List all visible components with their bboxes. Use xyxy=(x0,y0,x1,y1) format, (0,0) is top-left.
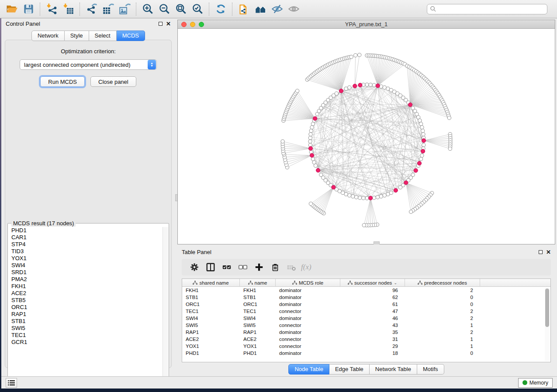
mcds-result-item[interactable]: CAR1 xyxy=(8,234,163,241)
network-node[interactable] xyxy=(372,83,376,87)
show-columns-button[interactable] xyxy=(202,260,218,275)
table-row[interactable]: PHD1PHD1dominator180 xyxy=(182,350,550,357)
run-mcds-button[interactable]: Run MCDS xyxy=(40,76,85,87)
open-file-button[interactable] xyxy=(3,1,20,17)
select-all-rows-button[interactable] xyxy=(218,260,235,275)
network-node[interactable] xyxy=(420,154,424,157)
network-node[interactable] xyxy=(448,147,452,151)
network-node[interactable] xyxy=(386,87,390,90)
mcds-result-item[interactable]: PHD1 xyxy=(8,227,163,234)
network-hub-node[interactable] xyxy=(308,147,312,151)
network-node[interactable] xyxy=(409,210,413,213)
network-canvas[interactable] xyxy=(178,29,555,244)
zoom-out-button[interactable] xyxy=(156,1,173,17)
mcds-result-item[interactable]: SWI4 xyxy=(8,262,163,269)
network-hub-node[interactable] xyxy=(422,138,426,142)
mcds-result-item[interactable]: SRD1 xyxy=(8,269,163,276)
table-row[interactable]: ORC1ORC1dominator610 xyxy=(182,301,550,308)
import-table-button[interactable] xyxy=(60,1,76,17)
destroy-table-button[interactable] xyxy=(283,260,299,275)
add-column-button[interactable] xyxy=(251,260,267,275)
network-node[interactable] xyxy=(312,161,316,164)
mcds-result-item[interactable]: ORC1 xyxy=(8,304,163,311)
network-node[interactable] xyxy=(365,83,369,86)
network-node[interactable] xyxy=(309,129,313,133)
refresh-button[interactable] xyxy=(212,1,229,17)
export-image-button[interactable] xyxy=(116,1,133,17)
network-hub-node[interactable] xyxy=(316,168,320,172)
tab-style[interactable]: Style xyxy=(65,31,89,41)
mcds-result-item[interactable]: RAP1 xyxy=(8,311,163,318)
zoom-selected-button[interactable] xyxy=(189,1,206,17)
network-node[interactable] xyxy=(349,55,353,58)
network-node[interactable] xyxy=(369,83,372,86)
network-node[interactable] xyxy=(311,122,315,126)
zoom-fit-button[interactable] xyxy=(173,1,189,17)
network-node[interactable] xyxy=(422,133,425,136)
network-node[interactable] xyxy=(309,133,312,136)
table-row[interactable]: YOX1YOX1connector291 xyxy=(182,343,550,350)
mcds-result-item[interactable]: ACE2 xyxy=(8,290,163,297)
network-node[interactable] xyxy=(386,193,390,196)
mcds-result-item[interactable]: FKH1 xyxy=(8,283,163,290)
network-hub-node[interactable] xyxy=(376,84,380,88)
network-hub-node[interactable] xyxy=(313,117,317,120)
mcds-result-item[interactable]: YOX1 xyxy=(8,255,163,262)
mcds-result-item[interactable]: STP4 xyxy=(8,241,163,248)
network-node[interactable] xyxy=(358,196,362,199)
network-node[interactable] xyxy=(422,143,426,147)
delete-column-button[interactable] xyxy=(267,260,283,275)
network-hub-node[interactable] xyxy=(414,168,418,172)
column-header-shared-name[interactable]: shared name xyxy=(182,279,240,287)
float-panel-icon[interactable] xyxy=(159,22,163,26)
table-row[interactable]: SWI4SWI4dominator462 xyxy=(182,315,550,322)
network-hub-node[interactable] xyxy=(404,181,408,185)
network-node[interactable] xyxy=(355,196,358,199)
mcds-result-item[interactable]: STB5 xyxy=(8,297,163,304)
table-row[interactable]: SWI5SWI5connector431 xyxy=(182,322,550,329)
column-header-predecessor-nodes[interactable]: predecessor nodes xyxy=(405,279,480,287)
network-hub-node[interactable] xyxy=(353,84,357,88)
table-row[interactable]: RAP1RAP1dominator352 xyxy=(182,329,550,336)
network-node[interactable] xyxy=(420,126,424,129)
table-row[interactable]: FKH1FKH1dominator962 xyxy=(182,287,550,294)
memory-button[interactable]: Memory xyxy=(518,378,553,388)
network-node[interactable] xyxy=(311,157,315,161)
network-node[interactable] xyxy=(421,129,425,133)
network-node[interactable] xyxy=(314,164,317,167)
first-neighbors-button[interactable] xyxy=(252,1,269,17)
import-network-button[interactable] xyxy=(43,1,60,17)
tab-network-table[interactable]: Network Table xyxy=(370,364,417,375)
network-node[interactable] xyxy=(281,140,284,143)
tab-mcds[interactable]: MCDS xyxy=(117,31,145,41)
table-splitter-handle[interactable] xyxy=(374,241,380,244)
close-table-panel-icon[interactable]: ✕ xyxy=(546,250,551,254)
network-node[interactable] xyxy=(309,202,312,206)
network-hub-node[interactable] xyxy=(408,103,412,107)
table-row[interactable]: STB1STB1dominator620 xyxy=(182,294,550,301)
zoom-in-button[interactable] xyxy=(139,1,156,17)
mcds-result-item[interactable]: TEC1 xyxy=(8,332,163,339)
table-row[interactable]: TEC1TEC1connector472 xyxy=(182,308,550,315)
column-header-name[interactable]: name xyxy=(240,279,276,287)
table-row[interactable]: ACE2ACE2connector311 xyxy=(182,336,550,343)
network-hub-node[interactable] xyxy=(332,185,336,189)
network-node[interactable] xyxy=(376,196,379,199)
mcds-result-item[interactable]: STB1 xyxy=(8,318,163,325)
network-node[interactable] xyxy=(365,196,369,200)
network-node[interactable] xyxy=(383,86,386,89)
network-hub-node[interactable] xyxy=(339,89,343,93)
network-node[interactable] xyxy=(335,92,338,95)
column-header-successor-nodes[interactable]: successor nodes⌄ xyxy=(340,279,405,287)
network-node[interactable] xyxy=(296,89,299,93)
optimization-criterion-select[interactable]: largest connected component (undirected)… xyxy=(20,59,157,70)
export-network-button[interactable] xyxy=(83,1,100,17)
network-node[interactable] xyxy=(362,196,365,200)
mcds-result-item[interactable]: GCR1 xyxy=(8,339,163,346)
network-node[interactable] xyxy=(372,196,376,199)
network-hub-node[interactable] xyxy=(421,149,425,153)
network-node[interactable] xyxy=(344,87,348,90)
tab-node-table[interactable]: Node Table xyxy=(288,364,329,375)
new-network-from-selection-button[interactable] xyxy=(235,1,252,17)
column-header-mcds-role[interactable]: MCDS role xyxy=(276,279,340,287)
